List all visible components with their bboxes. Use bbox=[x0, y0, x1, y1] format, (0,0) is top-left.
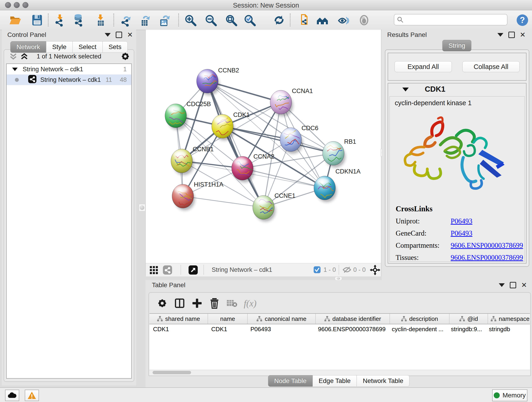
left-splitter-handle[interactable] bbox=[139, 204, 145, 211]
collapse-entry-icon[interactable] bbox=[402, 88, 409, 91]
table-cell: CDK1 bbox=[149, 326, 208, 333]
selected-checkbox-icon[interactable] bbox=[313, 266, 321, 275]
node-label-CDC25B: CDC25B bbox=[186, 101, 211, 108]
delete-table-icon-disabled bbox=[225, 297, 238, 310]
table-panel-title: Table Panel bbox=[152, 281, 185, 289]
network-overview-icon[interactable] bbox=[163, 265, 172, 276]
export-image-icon[interactable] bbox=[157, 13, 171, 27]
graph-node-CDC6[interactable] bbox=[280, 128, 302, 152]
warnings-button[interactable] bbox=[25, 390, 39, 401]
memory-button[interactable]: Memory bbox=[492, 389, 527, 401]
show-hide-graphics-icon[interactable] bbox=[337, 13, 351, 27]
table-row[interactable]: CDK1CDK1P064939606.ENSP00000378699cyclin… bbox=[149, 324, 530, 334]
function-builder-icon: f(x) bbox=[244, 297, 257, 310]
close-panel-icon[interactable]: ✕ bbox=[520, 32, 526, 38]
collection-count: 1 bbox=[123, 66, 127, 73]
column-header-sharedname[interactable]: shared name bbox=[149, 314, 208, 324]
table-hscrollbar bbox=[149, 370, 530, 375]
cloud-status-button[interactable] bbox=[5, 390, 19, 401]
network-collection-row[interactable]: String Network – cdk1 1 bbox=[7, 64, 131, 75]
hscrollbar-thumb[interactable] bbox=[152, 371, 191, 374]
graph-node-CCNB1[interactable] bbox=[171, 149, 192, 173]
zoom-selected-icon[interactable] bbox=[243, 13, 257, 27]
network-options-gear-icon[interactable] bbox=[120, 51, 130, 63]
graph-node-CDKN1A[interactable] bbox=[314, 176, 336, 200]
bottom-splitter-handle[interactable] bbox=[335, 277, 342, 280]
close-panel-icon[interactable]: ✕ bbox=[521, 282, 527, 288]
table-cell: CDK1 bbox=[208, 326, 247, 333]
panel-menu-icon[interactable] bbox=[499, 283, 505, 287]
table-cell: 9606.ENSP00000378699 bbox=[314, 326, 388, 333]
column-header-namespace[interactable]: namespace bbox=[488, 314, 530, 324]
column-header-databaseidentifier[interactable]: database identifier bbox=[316, 314, 390, 324]
graph-node-CCNB2[interactable] bbox=[196, 69, 219, 93]
collection-expand-icon[interactable] bbox=[12, 68, 18, 71]
tab-sets[interactable]: Sets bbox=[102, 41, 128, 53]
collapse-all-button[interactable]: Collapse All bbox=[462, 61, 520, 72]
node-label-CCNA2: CCNA2 bbox=[253, 153, 274, 160]
save-session-icon[interactable] bbox=[30, 13, 44, 27]
network-from-clipboard-icon[interactable] bbox=[297, 13, 311, 27]
table-options-gear-icon[interactable] bbox=[156, 297, 169, 310]
float-panel-icon[interactable] bbox=[510, 282, 516, 288]
network-row-selected[interactable]: String Network – cdk1 11 48 bbox=[7, 75, 131, 85]
zoom-fit-icon[interactable] bbox=[224, 13, 238, 27]
home-networks-icon[interactable] bbox=[316, 13, 329, 27]
panel-menu-icon[interactable] bbox=[497, 33, 503, 37]
tab-edge-table[interactable]: Edge Table bbox=[312, 375, 357, 387]
warning-icon bbox=[27, 391, 36, 400]
float-panel-icon[interactable] bbox=[116, 32, 122, 38]
search-input[interactable] bbox=[406, 15, 505, 24]
tab-string[interactable]: String bbox=[442, 40, 471, 51]
node-label-CDKN1A: CDKN1A bbox=[336, 168, 361, 175]
crosslink-label: GeneCard: bbox=[396, 229, 451, 237]
table-cell: P06493 bbox=[247, 326, 314, 333]
import-network-from-file-icon[interactable] bbox=[53, 13, 67, 27]
crosslink-link[interactable]: P06493 bbox=[451, 229, 472, 237]
crosslink-label: Tissues: bbox=[396, 254, 451, 262]
tab-node-table[interactable]: Node Table bbox=[268, 375, 313, 387]
export-table-icon[interactable] bbox=[138, 13, 152, 27]
crosslink-link[interactable]: P06493 bbox=[451, 217, 472, 225]
refresh-view-icon[interactable] bbox=[272, 13, 286, 27]
export-network-icon[interactable] bbox=[119, 13, 133, 27]
graph-node-CCNA2[interactable] bbox=[232, 156, 253, 180]
column-header-canonicalname[interactable]: canonical name bbox=[248, 314, 316, 324]
panel-menu-icon[interactable] bbox=[105, 33, 111, 37]
delete-column-icon[interactable] bbox=[208, 297, 221, 310]
tab-select[interactable]: Select bbox=[72, 41, 103, 53]
tab-style[interactable]: Style bbox=[46, 41, 73, 53]
show-columns-icon[interactable] bbox=[173, 297, 186, 310]
open-session-icon[interactable] bbox=[8, 13, 22, 27]
crosslink-link[interactable]: 9606.ENSP00000378699 bbox=[451, 254, 523, 262]
crosslink-link[interactable]: 9606.ENSP00000378699 bbox=[451, 241, 523, 249]
tab-network[interactable]: Network bbox=[10, 41, 46, 53]
table-tabs: Node TableEdge TableNetwork Table bbox=[268, 375, 410, 387]
birdseye-grid-icon[interactable] bbox=[149, 265, 159, 276]
tab-network-table[interactable]: Network Table bbox=[356, 375, 409, 387]
node-label-CCNA1: CCNA1 bbox=[292, 88, 313, 95]
close-panel-icon[interactable]: ✕ bbox=[127, 32, 133, 38]
column-header-name[interactable]: name bbox=[208, 314, 248, 324]
show-hide-icon-disabled[interactable] bbox=[357, 13, 371, 27]
column-header-description[interactable]: description bbox=[390, 314, 450, 324]
zoom-in-icon[interactable] bbox=[184, 13, 197, 27]
expand-all-button[interactable]: Expand All bbox=[394, 61, 452, 72]
help-icon[interactable]: ? bbox=[515, 13, 529, 27]
table-header-row: shared namenamecanonical namedatabase id… bbox=[149, 313, 530, 324]
open-in-window-icon[interactable] bbox=[188, 265, 198, 276]
import-network-from-database-icon[interactable] bbox=[72, 13, 85, 27]
float-panel-icon[interactable] bbox=[508, 32, 515, 38]
import-table-from-file-icon[interactable] bbox=[94, 13, 108, 27]
pan-crosshair-icon[interactable] bbox=[370, 265, 380, 277]
network-canvas[interactable]: CCNB2CCNA1CDC25BCDK1CDC6RB1CCNB1CCNA2CDK… bbox=[146, 30, 381, 263]
add-column-icon[interactable] bbox=[191, 297, 203, 310]
cdk1-entry-header[interactable]: CDK1 bbox=[388, 83, 526, 95]
cloud-icon bbox=[7, 392, 17, 399]
column-source-icon bbox=[401, 316, 407, 322]
network-selection-status: 1 of 1 Network selected bbox=[4, 53, 134, 60]
column-header-id[interactable]: @id bbox=[450, 314, 488, 324]
results-panel-title: Results Panel bbox=[387, 31, 427, 38]
zoom-out-icon[interactable] bbox=[204, 13, 218, 27]
control-panel-title: Control Panel bbox=[7, 31, 46, 38]
